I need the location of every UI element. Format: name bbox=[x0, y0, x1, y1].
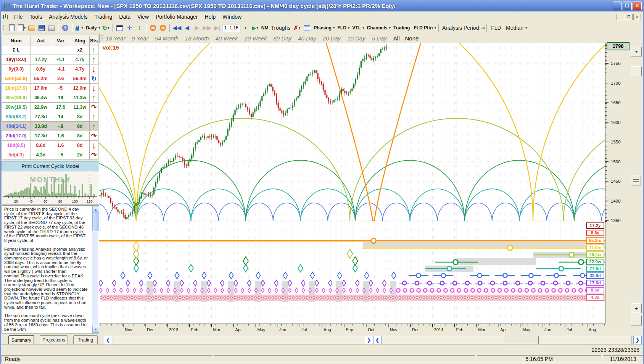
zoom-in-button[interactable]: + bbox=[631, 47, 642, 56]
fld-pattern-button[interactable]: FLD Pttn▾ bbox=[412, 23, 436, 33]
status-ready: Ready bbox=[2, 355, 213, 362]
tab-summary[interactable]: Summary bbox=[8, 335, 34, 345]
menu-item-analysis-models[interactable]: Analysis Models bbox=[45, 13, 91, 21]
zoom-out-button[interactable]: - bbox=[631, 66, 642, 76]
scroll-end-button[interactable]: ▶| bbox=[213, 23, 222, 33]
scroll-up-icon[interactable]: ▲ bbox=[92, 206, 99, 213]
vertical-scale-button[interactable]: ↕ bbox=[135, 23, 144, 33]
window-layout-button[interactable] bbox=[115, 23, 124, 33]
trading-button[interactable]: Trading bbox=[392, 23, 411, 33]
cycle-row-10d85[interactable]: 10d(8.5)8.6d1.68d↓ bbox=[2, 141, 98, 150]
scroll-start-button[interactable]: ◀◀ bbox=[172, 23, 182, 33]
dropdown-arrow-icon: ▾ bbox=[81, 26, 83, 30]
scroll-fast-forward-button[interactable]: ▶▶ bbox=[202, 23, 212, 33]
period-toggle-9-year[interactable]: 9 Year bbox=[132, 35, 148, 42]
fld-button[interactable]: FLD▾ bbox=[336, 23, 350, 33]
phasing-zoom-out-button[interactable]: - bbox=[631, 316, 642, 325]
mdi-minimize-icon[interactable]: – bbox=[617, 14, 624, 20]
scroll-back-button[interactable]: ◀ bbox=[182, 23, 192, 33]
bars-10-button[interactable]: 10 bbox=[158, 23, 167, 33]
grid-button[interactable] bbox=[302, 23, 311, 33]
cycle-row-18m179[interactable]: 18m(17.9)17.0m-512.0m↓ bbox=[2, 84, 98, 93]
panel-collapse-button[interactable]: ❮ bbox=[104, 336, 112, 344]
scroll-next-button[interactable]: ❯ bbox=[365, 336, 373, 344]
channels-button[interactable]: Channels▾ bbox=[365, 23, 391, 33]
range-combo[interactable]: 1- 1:16 bbox=[222, 24, 240, 32]
new-file-button[interactable] bbox=[7, 23, 16, 33]
menu-item-file[interactable]: File bbox=[11, 13, 26, 21]
help-button[interactable]: ? bbox=[61, 23, 70, 33]
menu-item-trading[interactable]: Trading bbox=[91, 13, 116, 21]
chart-style-button[interactable]: ▾ bbox=[74, 23, 84, 33]
close-button[interactable]: ✕ bbox=[633, 2, 642, 10]
range-dropdown-arrow[interactable]: ▾ bbox=[241, 23, 250, 33]
phasing-button[interactable]: Phasing▾ bbox=[312, 23, 335, 33]
save-button[interactable] bbox=[37, 23, 46, 33]
summary-scrollbar[interactable]: ▲ ▼ bbox=[92, 206, 98, 333]
cycle-row-80d682[interactable]: 80d(68.2)77.8d148d↑ bbox=[2, 112, 98, 122]
print-cyclic-model-button[interactable]: Print Current Cyclic Model bbox=[2, 161, 99, 171]
cycle-row-5d43[interactable]: 5d(4.3)4.3d-.52d↷ bbox=[2, 150, 98, 160]
fld-label: FLD bbox=[336, 25, 347, 31]
period-toggle-40-day[interactable]: 40 Day bbox=[298, 35, 316, 42]
period-toggle-80-day[interactable]: 80 Day bbox=[274, 35, 292, 42]
cycle-row-20w195[interactable]: 20w(19.5)22.9w17.611.3w↷ bbox=[2, 103, 98, 112]
scroll-forward-button[interactable]: ▶ bbox=[192, 23, 201, 33]
new-from-template-button[interactable]: ▾ bbox=[17, 23, 26, 33]
cycle-row-9y90[interactable]: 9y(9.0)8.6y-4.14.7y↓ bbox=[2, 64, 98, 74]
period-toggle-20-day[interactable]: 20 Day bbox=[323, 35, 341, 42]
period-toggle-10-day[interactable]: 10 Day bbox=[347, 35, 365, 42]
menu-item-data[interactable]: Data bbox=[116, 13, 134, 21]
open-button[interactable] bbox=[27, 23, 36, 33]
print-button[interactable] bbox=[47, 23, 56, 33]
scroll-down-icon[interactable]: ▼ bbox=[92, 326, 99, 333]
vtl-button[interactable]: VTL▾ bbox=[351, 23, 364, 33]
menu-item-tools[interactable]: Tools bbox=[26, 13, 46, 21]
chart-scrollbar-thumb[interactable] bbox=[504, 336, 539, 344]
scroll-right-button[interactable]: ❯ bbox=[633, 336, 642, 344]
play-button[interactable]: ▶▾ bbox=[251, 23, 260, 33]
price-axis: 175017001650160015501500145014001350 bbox=[605, 34, 630, 334]
timeframe-dropdown[interactable]: Daily▾ bbox=[84, 23, 100, 33]
cycle-row-40w390[interactable]: 40w(39.0)46.4w1911.3w↑ bbox=[2, 93, 98, 103]
axis-menu-icon[interactable] bbox=[631, 176, 641, 185]
period-toggle-5-day[interactable]: 5 Day bbox=[372, 35, 387, 42]
period-toggle-40-week[interactable]: 40 Week bbox=[216, 35, 238, 42]
cycle-row-L[interactable]: Σ Lx2↑ bbox=[2, 45, 98, 55]
goto-period-icon[interactable]: ⇥ bbox=[480, 25, 485, 31]
fld-median-dropdown[interactable]: FLD - Median▾ bbox=[489, 23, 527, 33]
refresh-button[interactable]: ↻▾ bbox=[101, 23, 110, 33]
bars-50-button[interactable]: 50 bbox=[148, 23, 158, 33]
fit-all-button[interactable]: ✛ bbox=[125, 23, 134, 33]
menu-item-window[interactable]: Window bbox=[219, 13, 245, 21]
price-chart[interactable] bbox=[99, 43, 605, 324]
menu-item-portfolio-manager[interactable]: Portfolio Manager bbox=[152, 13, 201, 21]
troughs-label[interactable]: Troughs bbox=[269, 25, 292, 31]
scroll-thumb[interactable] bbox=[92, 213, 99, 231]
delete-analysis-button[interactable]: ✗▾ bbox=[292, 23, 301, 33]
tab-trading[interactable]: Trading bbox=[73, 335, 98, 345]
mdi-close-icon[interactable]: ✕ bbox=[633, 14, 641, 20]
tab-projections[interactable]: Projections bbox=[40, 335, 68, 345]
phasing-badge-8.6d: 8.6d bbox=[586, 287, 604, 293]
minimize-button[interactable]: _ bbox=[613, 2, 622, 10]
mdi-restore-icon[interactable]: ❐ bbox=[625, 14, 633, 20]
period-all[interactable]: All bbox=[393, 35, 400, 42]
restore-button[interactable]: ❐ bbox=[623, 2, 632, 10]
cycle-row-54m538[interactable]: 54m(53.8)55.2m2.656.4m↻ bbox=[2, 74, 98, 84]
period-none[interactable]: None bbox=[405, 35, 419, 42]
menu-item-view[interactable]: View bbox=[134, 13, 152, 21]
nm-label[interactable]: NM bbox=[260, 25, 270, 31]
dropdown-arrow-icon: ▾ bbox=[108, 26, 109, 30]
cycle-row-18y180[interactable]: 18y(18.0)17.2y-4.14.7y↑ bbox=[2, 55, 98, 64]
menu-item-help[interactable]: Help bbox=[201, 13, 219, 21]
scroll-prev-button[interactable]: ❮ bbox=[373, 336, 382, 344]
period-toggle-18-month[interactable]: 18 Month bbox=[185, 35, 209, 42]
cycle-row-20d170[interactable]: 20d(17.0)17.3d1.68d↷ bbox=[2, 131, 98, 141]
phasing-zoom-in-button[interactable]: + bbox=[631, 303, 642, 313]
period-toggle-18-year[interactable]: 18 Year bbox=[106, 35, 125, 42]
period-toggle-20-week[interactable]: 20 Week bbox=[245, 35, 267, 42]
period-toggle-54-month[interactable]: 54 Month bbox=[155, 35, 179, 42]
analysis-period-label[interactable]: Analysis Period bbox=[441, 25, 481, 31]
cycle-row-40d341[interactable]: 40d(34.1)33.8d-.88d↑ bbox=[2, 122, 98, 131]
